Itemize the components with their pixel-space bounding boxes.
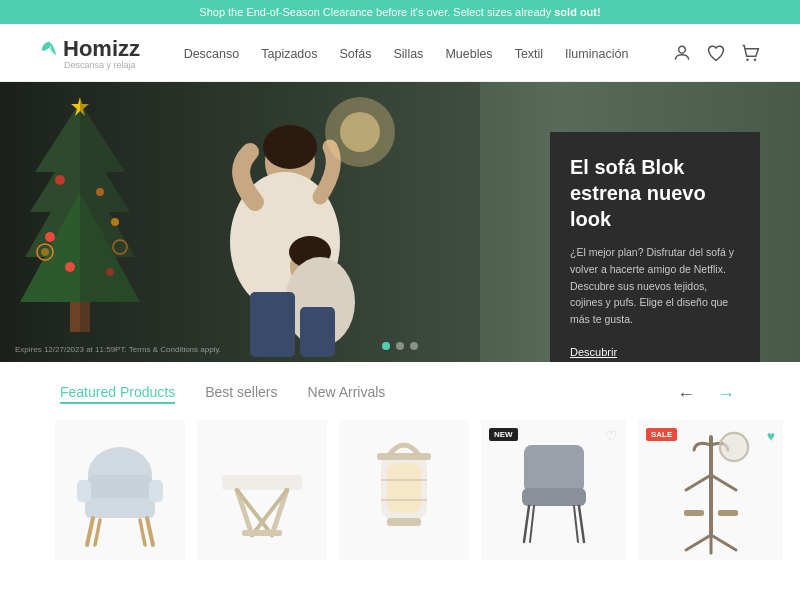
tabs-section: Featured Products Best sellers New Arriv… <box>0 362 800 420</box>
hero-title: El sofá Blok estrena nuevo look <box>570 154 740 232</box>
hero-dots <box>382 342 418 350</box>
svg-rect-28 <box>300 307 335 357</box>
svg-rect-36 <box>77 480 91 502</box>
svg-point-1 <box>746 58 749 60</box>
product-card-4: NEW ♡ <box>481 420 626 560</box>
cart-icon[interactable] <box>740 43 760 63</box>
tab-best-sellers[interactable]: Best sellers <box>205 384 277 404</box>
header: Homizz Descansa y relaja Descanso Tapiza… <box>0 24 800 82</box>
logo-tagline: Descansa y relaja <box>64 60 140 70</box>
svg-point-0 <box>679 46 686 53</box>
nav-item-iluminacion[interactable]: Iluminación <box>565 44 628 62</box>
armchair-product-image <box>65 430 175 550</box>
banner-text: Shop the End-of-Season Clearance before … <box>199 6 554 18</box>
hero-section: El sofá Blok estrena nuevo look ¿El mejo… <box>0 82 800 362</box>
product-heart-4[interactable]: ♡ <box>605 428 618 444</box>
top-banner: Shop the End-of-Season Clearance before … <box>0 0 800 24</box>
prev-arrow-button[interactable]: ← <box>672 380 700 408</box>
next-arrow-button[interactable]: → <box>712 380 740 408</box>
svg-rect-48 <box>387 518 421 526</box>
wishlist-icon[interactable] <box>706 43 726 63</box>
nav-item-muebles[interactable]: Muebles <box>445 44 492 62</box>
svg-point-26 <box>340 112 380 152</box>
coat-stand-product-image <box>666 425 756 555</box>
dot-1[interactable] <box>382 342 390 350</box>
banner-bold: sold out! <box>554 6 600 18</box>
svg-point-12 <box>65 262 75 272</box>
hero-textbox: El sofá Blok estrena nuevo look ¿El mejo… <box>550 132 760 362</box>
svg-rect-31 <box>85 498 155 518</box>
main-nav: Descanso Tapizados Sofás Sillas Muebles … <box>184 44 629 62</box>
user-icon[interactable] <box>672 43 692 63</box>
svg-point-2 <box>754 58 757 60</box>
svg-line-52 <box>524 506 529 542</box>
svg-rect-51 <box>522 488 586 506</box>
svg-point-20 <box>263 125 317 169</box>
tab-featured-products[interactable]: Featured Products <box>60 384 175 404</box>
product-heart-5[interactable]: ♥ <box>767 428 775 444</box>
svg-line-57 <box>711 475 736 490</box>
svg-rect-37 <box>149 480 163 502</box>
modern-chair-product-image <box>504 430 604 550</box>
svg-rect-43 <box>242 530 282 536</box>
hero-description: ¿El mejor plan? Disfrutar del sofá y vol… <box>570 244 740 328</box>
dot-3[interactable] <box>410 342 418 350</box>
product-badge-sale: SALE <box>646 428 677 441</box>
svg-rect-38 <box>222 475 302 490</box>
nav-item-textil[interactable]: Textil <box>515 44 543 62</box>
products-grid: NEW ♡ SALE ♥ <box>0 420 800 560</box>
product-card-2 <box>197 420 327 560</box>
svg-line-34 <box>95 520 100 545</box>
dot-2[interactable] <box>396 342 404 350</box>
svg-line-61 <box>686 535 711 550</box>
hero-scene <box>80 82 480 362</box>
svg-point-8 <box>55 175 65 185</box>
tab-arrows: ← → <box>672 380 740 408</box>
svg-rect-65 <box>718 510 738 516</box>
hero-notice: Expires 12/27/2023 at 11:59PT. Terms & C… <box>15 345 221 354</box>
nav-item-sofas[interactable]: Sofás <box>340 44 372 62</box>
svg-rect-27 <box>250 292 295 357</box>
svg-line-33 <box>147 518 153 545</box>
table-product-image <box>207 430 317 550</box>
svg-line-54 <box>530 506 534 542</box>
logo-icon <box>40 40 58 58</box>
lamp-product-image <box>349 425 459 555</box>
header-icons <box>672 43 760 63</box>
logo-area: Homizz Descansa y relaja <box>40 36 140 70</box>
svg-rect-49 <box>377 453 431 460</box>
svg-rect-50 <box>524 445 584 493</box>
svg-rect-56 <box>709 435 713 535</box>
product-card-5: SALE ♥ <box>638 420 783 560</box>
svg-line-53 <box>579 506 584 542</box>
logo-text: Homizz <box>63 36 140 62</box>
svg-line-55 <box>574 506 578 542</box>
svg-rect-64 <box>684 510 704 516</box>
nav-list: Descanso Tapizados Sofás Sillas Muebles … <box>184 44 629 62</box>
nav-item-descanso[interactable]: Descanso <box>184 44 240 62</box>
product-tabs: Featured Products Best sellers New Arriv… <box>60 384 385 404</box>
logo[interactable]: Homizz <box>40 36 140 62</box>
hero-cta[interactable]: Descubrir <box>570 346 617 358</box>
nav-item-tapizados[interactable]: Tapizados <box>261 44 317 62</box>
svg-point-10 <box>45 232 55 242</box>
product-card-3 <box>339 420 469 560</box>
svg-point-16 <box>41 248 49 256</box>
product-card-1 <box>55 420 185 560</box>
svg-point-60 <box>722 435 746 459</box>
svg-line-58 <box>686 475 711 490</box>
svg-rect-45 <box>387 463 421 513</box>
svg-line-32 <box>87 518 93 545</box>
svg-line-62 <box>711 535 736 550</box>
nav-item-sillas[interactable]: Sillas <box>394 44 424 62</box>
tab-new-arrivals[interactable]: New Arrivals <box>308 384 386 404</box>
product-badge-new: NEW <box>489 428 518 441</box>
svg-line-35 <box>140 520 145 545</box>
